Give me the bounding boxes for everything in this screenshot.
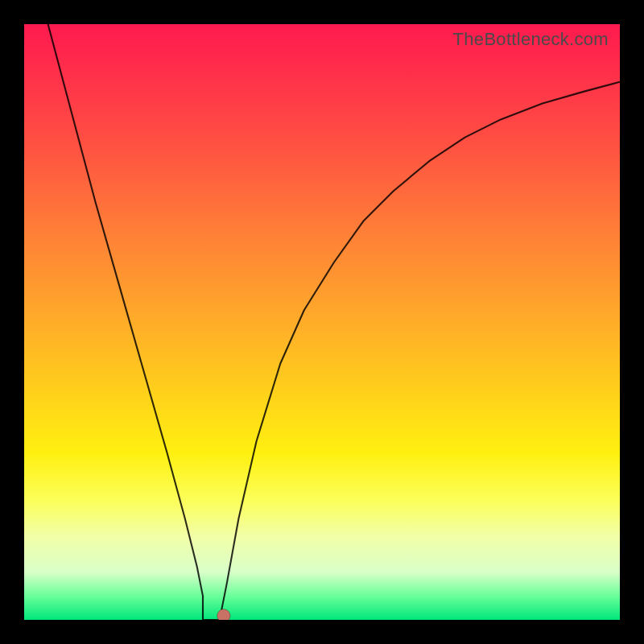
chart-plot-area: TheBottleneck.com: [24, 24, 620, 620]
chart-svg: [24, 24, 620, 620]
bottleneck-curve: [48, 24, 620, 620]
minimum-point-marker: [217, 609, 230, 620]
